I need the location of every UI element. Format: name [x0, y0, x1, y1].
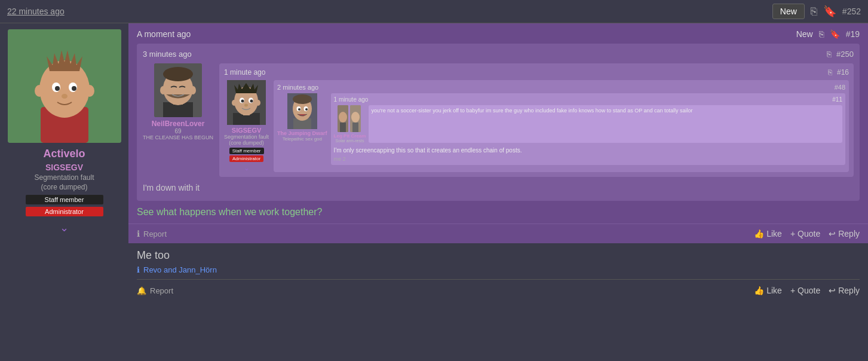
svg-point-38	[298, 108, 300, 111]
jumping-dwarf-username: The Jumping Dwarf	[277, 130, 327, 136]
admin-badge: Administrator	[26, 207, 103, 216]
leg-pit-avatars	[338, 105, 363, 132]
nested-4-header: 1 minute ago #11	[334, 96, 842, 103]
svg-point-9	[62, 94, 68, 99]
bottom-like-button[interactable]: 👍 Like	[754, 286, 782, 295]
nested-4-post-num: #11	[832, 96, 842, 103]
nested-3-body: The Jumping Dwarf Telepathic sex god 1 m…	[277, 93, 845, 165]
post-column: A moment ago New ⎘ 🔖 #19 3 minutes ago ⎘…	[128, 23, 868, 301]
post-footer: ℹ Report 👍 Like + Quote ↩ Reply	[128, 224, 868, 243]
nested-2-header: 1 minute ago ⎘ #16	[224, 68, 849, 77]
svg-point-26	[241, 100, 244, 103]
nested-2-share[interactable]: ⎘	[828, 68, 832, 77]
svg-point-30	[256, 100, 260, 106]
user-sidebar: Activelo SIGSEGV Segmentation fault (cor…	[0, 23, 128, 301]
svg-point-7	[55, 86, 60, 91]
me-too-text: Me too	[137, 249, 860, 262]
reply-icon: ↩	[829, 229, 836, 238]
bottom-reply-button[interactable]: ↩ Reply	[829, 286, 860, 295]
new-button[interactable]: New	[772, 4, 805, 19]
leg-pit-title: Solar arm-rests	[336, 139, 364, 143]
bottom-footer-right: 👍 Like + Quote ↩ Reply	[754, 286, 860, 295]
jumping-dwarf-title: Telepathic sex god	[283, 136, 322, 142]
sigsegv-nested-avatar	[227, 80, 266, 125]
bookmark-icon[interactable]: 🔖	[823, 5, 836, 18]
nested-4-body: Leg Pit Cream Solar arm-rests you're not…	[334, 105, 842, 143]
svg-rect-45	[352, 123, 358, 132]
report-button[interactable]: Report	[143, 230, 167, 238]
share-icon-post[interactable]: ⎘	[819, 29, 824, 39]
sigsegv-username: SIGSEGV	[45, 163, 83, 172]
footer-left: ℹ Report	[137, 229, 167, 238]
bottom-like-icon: 👍	[754, 286, 764, 295]
sigsegv-nested-title2: (core dumped)	[229, 140, 264, 146]
timestamp-link[interactable]: 22 minutes ago	[7, 7, 65, 16]
quote-button[interactable]: + Quote	[790, 229, 820, 238]
nested-4-text: I'm only screencapping this so that it c…	[334, 146, 842, 154]
nested-5-text: you're not a soccer-sister you jerk off …	[371, 108, 840, 115]
share-icon[interactable]: ⎘	[811, 5, 817, 18]
svg-point-10	[35, 85, 44, 97]
neil-message: I'm down with it	[143, 180, 854, 195]
svg-point-41	[339, 112, 347, 123]
user-title-1: Segmentation fault	[34, 173, 94, 182]
reply-button[interactable]: ↩ Reply	[829, 229, 860, 238]
nested-4-reactions: me 2	[334, 156, 842, 162]
nested-1-header: 3 minutes ago ⎘ #250	[143, 50, 854, 59]
svg-point-18	[190, 86, 196, 94]
bottom-reactions: ℹ Revo and Jann_Hörn	[137, 265, 860, 274]
bottom-quote-label: Quote	[798, 286, 820, 295]
nested-1-share-icon[interactable]: ⎘	[827, 50, 832, 59]
nested-1-post-number: #250	[836, 50, 854, 59]
expand-arrow[interactable]: ⌄	[60, 221, 69, 234]
footer-right: 👍 Like + Quote ↩ Reply	[754, 229, 860, 238]
nested-4-timestamp: 1 minute ago	[334, 96, 369, 103]
like-button[interactable]: 👍 Like	[754, 229, 782, 238]
svg-point-35	[293, 94, 312, 104]
like-label: Like	[766, 229, 782, 238]
bottom-reply-label: Reply	[838, 286, 860, 295]
nested-3-header: 2 minutes ago #48	[277, 84, 845, 91]
leg-pit-avatar-1	[338, 105, 348, 132]
nested-post-2: 1 minute ago ⎘ #16	[219, 63, 854, 177]
sigsegv-admin-badge: Administrator	[229, 155, 263, 162]
neil-user-info: NeilBreenLover 69 THE CLEANSE HAS BEGUN	[143, 63, 213, 177]
nested-1-timestamp: 3 minutes ago	[143, 50, 192, 59]
svg-point-28	[244, 104, 248, 107]
svg-point-17	[160, 86, 166, 94]
nested-2-post-num: #16	[837, 68, 849, 77]
reactions-label: Revo and Jann_Hörn	[143, 265, 217, 274]
nested-3-timestamp: 2 minutes ago	[277, 84, 318, 91]
leg-pit-user: Leg Pit Cream Solar arm-rests	[334, 105, 366, 143]
svg-point-44	[351, 112, 360, 123]
nested-post-4: 1 minute ago #11	[331, 93, 845, 165]
nested-2-timestamp: 1 minute ago	[224, 68, 265, 77]
nested-2-body: SIGSEGV Segmentation fault (core dumped)…	[224, 80, 849, 172]
post-header: A moment ago New ⎘ 🔖 #19	[137, 29, 860, 39]
neil-username: NeilBreenLover	[152, 120, 205, 128]
nested-post-3: 2 minutes ago #48	[274, 80, 849, 172]
sigsegv-expand[interactable]: ⌄	[244, 164, 250, 172]
main-layout: Activelo SIGSEGV Segmentation fault (cor…	[0, 23, 868, 301]
svg-rect-42	[340, 123, 346, 132]
post-header-right: New ⎘ 🔖 #19	[796, 29, 860, 39]
sigsegv-nested-user: SIGSEGV Segmentation fault (core dumped)…	[224, 80, 269, 172]
quote-label: Quote	[798, 229, 820, 238]
neil-tagline: THE CLEANSE HAS BEGUN	[143, 134, 213, 140]
nested-1-body: NeilBreenLover 69 THE CLEANSE HAS BEGUN …	[143, 63, 854, 177]
like-icon: 👍	[754, 229, 764, 238]
neil-avatar	[154, 63, 202, 117]
bookmark-icon-post[interactable]: 🔖	[830, 29, 840, 39]
jumping-dwarf-user: The Jumping Dwarf Telepathic sex god	[277, 93, 327, 165]
svg-point-39	[305, 108, 308, 111]
bottom-report-button[interactable]: Report	[150, 286, 173, 295]
bottom-quote-button[interactable]: + Quote	[790, 286, 820, 295]
post-timestamp: A moment ago	[137, 29, 191, 39]
svg-point-16	[163, 67, 193, 81]
activelo-avatar-svg	[8, 29, 121, 143]
leg-pit-avatar-2	[350, 105, 361, 132]
sigsegv-staff-badge: Staff member	[229, 148, 264, 154]
top-bar-icons: ⎘ 🔖	[811, 5, 836, 18]
svg-point-8	[72, 86, 76, 91]
nested-1-right: ⎘ #250	[827, 50, 854, 59]
